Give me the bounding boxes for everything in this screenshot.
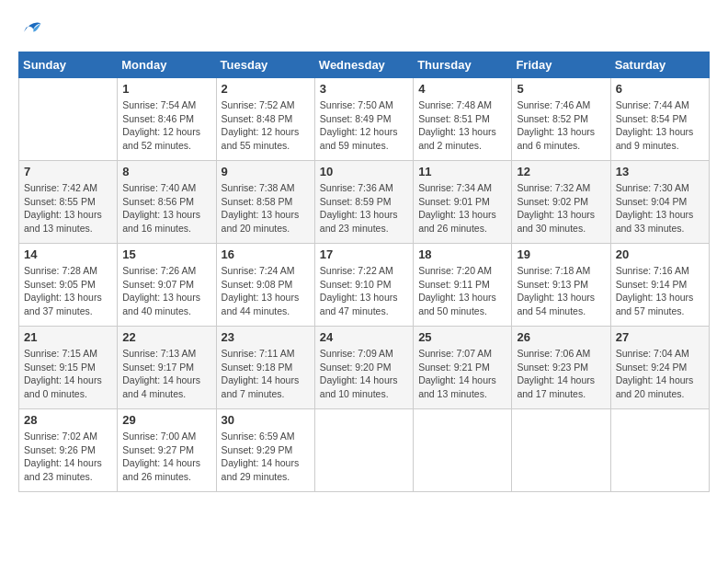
calendar-cell: 8Sunrise: 7:40 AMSunset: 8:56 PMDaylight…: [118, 161, 216, 244]
calendar-cell: [610, 409, 709, 492]
calendar-cell: 3Sunrise: 7:50 AMSunset: 8:49 PMDaylight…: [314, 78, 413, 161]
day-detail: Sunrise: 7:32 AMSunset: 9:02 PMDaylight:…: [517, 181, 605, 236]
day-detail: Sunrise: 7:40 AMSunset: 8:56 PMDaylight:…: [122, 181, 210, 236]
day-detail: Sunrise: 7:38 AMSunset: 8:58 PMDaylight:…: [222, 181, 310, 236]
day-number: 30: [222, 413, 310, 427]
calendar-cell: 7Sunrise: 7:42 AMSunset: 8:55 PMDaylight…: [19, 161, 118, 244]
day-number: 29: [122, 413, 210, 427]
calendar-cell: [414, 409, 512, 492]
calendar-cell: 12Sunrise: 7:32 AMSunset: 9:02 PMDayligh…: [512, 161, 610, 244]
day-detail: Sunrise: 7:02 AMSunset: 9:26 PMDaylight:…: [24, 430, 112, 484]
calendar-cell: 27Sunrise: 7:04 AMSunset: 9:24 PMDayligh…: [610, 327, 709, 409]
day-number: 19: [517, 247, 605, 261]
day-number: 11: [418, 165, 506, 178]
day-number: 4: [418, 82, 506, 96]
calendar-week-row: 1Sunrise: 7:54 AMSunset: 8:46 PMDaylight…: [19, 78, 710, 161]
calendar-table: SundayMondayTuesdayWednesdayThursdayFrid…: [18, 52, 710, 492]
calendar-cell: 20Sunrise: 7:16 AMSunset: 9:14 PMDayligh…: [610, 244, 709, 327]
calendar-cell: 9Sunrise: 7:38 AMSunset: 8:58 PMDaylight…: [216, 161, 314, 244]
day-detail: Sunrise: 7:46 AMSunset: 8:52 PMDaylight:…: [517, 98, 605, 153]
day-number: 24: [320, 330, 408, 344]
day-detail: Sunrise: 7:54 AMSunset: 8:46 PMDaylight:…: [122, 98, 210, 153]
day-detail: Sunrise: 7:13 AMSunset: 9:17 PMDaylight:…: [122, 347, 210, 401]
weekday-header-thursday: Thursday: [414, 52, 512, 78]
day-detail: Sunrise: 7:06 AMSunset: 9:23 PMDaylight:…: [517, 347, 605, 401]
calendar-week-row: 28Sunrise: 7:02 AMSunset: 9:26 PMDayligh…: [19, 409, 710, 492]
calendar-cell: 26Sunrise: 7:06 AMSunset: 9:23 PMDayligh…: [512, 327, 610, 409]
calendar-cell: 18Sunrise: 7:20 AMSunset: 9:11 PMDayligh…: [414, 244, 512, 327]
day-number: 8: [122, 165, 210, 178]
day-number: 3: [320, 82, 408, 96]
logo: [18, 18, 44, 37]
day-detail: Sunrise: 7:04 AMSunset: 9:24 PMDaylight:…: [616, 347, 704, 401]
day-number: 13: [616, 165, 704, 178]
calendar-cell: 5Sunrise: 7:46 AMSunset: 8:52 PMDaylight…: [512, 78, 610, 161]
calendar-cell: 10Sunrise: 7:36 AMSunset: 8:59 PMDayligh…: [314, 161, 413, 244]
day-detail: Sunrise: 7:15 AMSunset: 9:15 PMDaylight:…: [24, 347, 112, 401]
calendar-cell: 14Sunrise: 7:28 AMSunset: 9:05 PMDayligh…: [19, 244, 118, 327]
calendar-cell: 24Sunrise: 7:09 AMSunset: 9:20 PMDayligh…: [314, 327, 413, 409]
day-detail: Sunrise: 7:22 AMSunset: 9:10 PMDaylight:…: [320, 264, 408, 318]
day-number: 1: [122, 82, 210, 96]
weekday-header-wednesday: Wednesday: [314, 52, 413, 78]
day-detail: Sunrise: 7:20 AMSunset: 9:11 PMDaylight:…: [418, 264, 506, 318]
day-number: 25: [418, 330, 506, 344]
calendar-cell: 21Sunrise: 7:15 AMSunset: 9:15 PMDayligh…: [19, 327, 118, 409]
day-detail: Sunrise: 7:36 AMSunset: 8:59 PMDaylight:…: [320, 181, 408, 236]
weekday-header-friday: Friday: [512, 52, 610, 78]
day-number: 5: [517, 82, 605, 96]
calendar-cell: 22Sunrise: 7:13 AMSunset: 9:17 PMDayligh…: [118, 327, 216, 409]
day-detail: Sunrise: 7:30 AMSunset: 9:04 PMDaylight:…: [616, 181, 704, 236]
calendar-cell: 6Sunrise: 7:44 AMSunset: 8:54 PMDaylight…: [610, 78, 709, 161]
calendar-week-row: 7Sunrise: 7:42 AMSunset: 8:55 PMDaylight…: [19, 161, 710, 244]
day-number: 2: [222, 82, 310, 96]
page-header: [18, 18, 710, 37]
weekday-header-sunday: Sunday: [19, 52, 118, 78]
day-number: 7: [24, 165, 112, 178]
day-detail: Sunrise: 7:18 AMSunset: 9:13 PMDaylight:…: [517, 264, 605, 318]
day-number: 27: [616, 330, 704, 344]
day-detail: Sunrise: 7:16 AMSunset: 9:14 PMDaylight:…: [616, 264, 704, 318]
calendar-cell: 15Sunrise: 7:26 AMSunset: 9:07 PMDayligh…: [118, 244, 216, 327]
calendar-cell: 1Sunrise: 7:54 AMSunset: 8:46 PMDaylight…: [118, 78, 216, 161]
calendar-cell: 16Sunrise: 7:24 AMSunset: 9:08 PMDayligh…: [216, 244, 314, 327]
day-number: 22: [122, 330, 210, 344]
day-detail: Sunrise: 7:52 AMSunset: 8:48 PMDaylight:…: [222, 98, 310, 153]
day-detail: Sunrise: 7:50 AMSunset: 8:49 PMDaylight:…: [320, 98, 408, 153]
calendar-cell: 23Sunrise: 7:11 AMSunset: 9:18 PMDayligh…: [216, 327, 314, 409]
day-number: 26: [517, 330, 605, 344]
calendar-cell: 2Sunrise: 7:52 AMSunset: 8:48 PMDaylight…: [216, 78, 314, 161]
calendar-cell: 25Sunrise: 7:07 AMSunset: 9:21 PMDayligh…: [414, 327, 512, 409]
day-number: 14: [24, 247, 112, 261]
calendar-cell: 28Sunrise: 7:02 AMSunset: 9:26 PMDayligh…: [19, 409, 118, 492]
logo-bird-icon: [20, 18, 42, 37]
calendar-cell: 29Sunrise: 7:00 AMSunset: 9:27 PMDayligh…: [118, 409, 216, 492]
calendar-week-row: 14Sunrise: 7:28 AMSunset: 9:05 PMDayligh…: [19, 244, 710, 327]
day-number: 10: [320, 165, 408, 178]
day-detail: Sunrise: 7:24 AMSunset: 9:08 PMDaylight:…: [222, 264, 310, 318]
day-number: 18: [418, 247, 506, 261]
calendar-cell: [19, 78, 118, 161]
day-detail: Sunrise: 6:59 AMSunset: 9:29 PMDaylight:…: [222, 430, 310, 484]
day-number: 17: [320, 247, 408, 261]
calendar-header-row: SundayMondayTuesdayWednesdayThursdayFrid…: [19, 52, 710, 78]
calendar-cell: 30Sunrise: 6:59 AMSunset: 9:29 PMDayligh…: [216, 409, 314, 492]
day-detail: Sunrise: 7:00 AMSunset: 9:27 PMDaylight:…: [122, 430, 210, 484]
calendar-cell: [314, 409, 413, 492]
calendar-week-row: 21Sunrise: 7:15 AMSunset: 9:15 PMDayligh…: [19, 327, 710, 409]
calendar-cell: 11Sunrise: 7:34 AMSunset: 9:01 PMDayligh…: [414, 161, 512, 244]
day-number: 15: [122, 247, 210, 261]
day-number: 20: [616, 247, 704, 261]
day-detail: Sunrise: 7:09 AMSunset: 9:20 PMDaylight:…: [320, 347, 408, 401]
day-detail: Sunrise: 7:34 AMSunset: 9:01 PMDaylight:…: [418, 181, 506, 236]
day-detail: Sunrise: 7:28 AMSunset: 9:05 PMDaylight:…: [24, 264, 112, 318]
day-detail: Sunrise: 7:07 AMSunset: 9:21 PMDaylight:…: [418, 347, 506, 401]
weekday-header-tuesday: Tuesday: [216, 52, 314, 78]
day-number: 16: [222, 247, 310, 261]
weekday-header-monday: Monday: [118, 52, 216, 78]
day-number: 12: [517, 165, 605, 178]
calendar-cell: 19Sunrise: 7:18 AMSunset: 9:13 PMDayligh…: [512, 244, 610, 327]
day-number: 21: [24, 330, 112, 344]
day-detail: Sunrise: 7:26 AMSunset: 9:07 PMDaylight:…: [122, 264, 210, 318]
calendar-cell: 4Sunrise: 7:48 AMSunset: 8:51 PMDaylight…: [414, 78, 512, 161]
